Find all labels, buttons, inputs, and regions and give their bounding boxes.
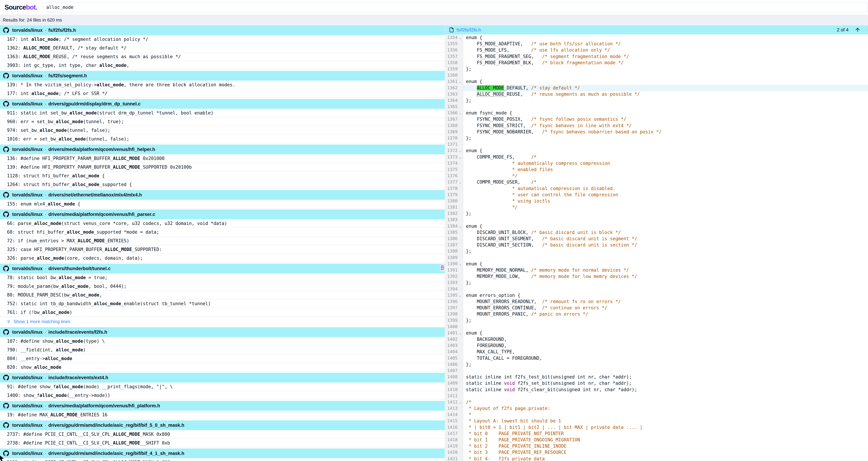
result-file-header[interactable]: torvalds/linux·drivers/gpu/drm/amd/inclu… <box>0 420 445 430</box>
fold-chevron-icon[interactable]: ⌄ <box>458 110 463 116</box>
line-gutter: 1405 <box>445 355 463 361</box>
code-text: }; <box>463 135 868 141</box>
fold-spacer <box>458 456 463 461</box>
code-text: * | bit0 = 1 | bit1 | bit2 | ... | bit M… <box>463 424 868 430</box>
match-line[interactable]: 155: enum mlx4_alloc_mode { <box>0 200 445 208</box>
match-line[interactable]: 91: #define show_falloc_mode(mode) __pri… <box>0 382 445 391</box>
line-gutter: 1375 <box>445 166 463 173</box>
fold-spacer <box>458 324 463 330</box>
result-file-header[interactable]: torvalds/linux·drivers/gpu/drm/amd/inclu… <box>0 449 445 458</box>
result-file-header[interactable]: torvalds/linux·drivers/gpu/drm/display/d… <box>0 99 445 109</box>
match-line[interactable]: 136: #define HFI_PROPERTY_PARAM_BUFFER_A… <box>0 154 445 163</box>
file-path: drivers/thunderbolt/tunnel.c <box>49 266 111 271</box>
match-line[interactable]: 1264: struct hfi_buffer_alloc_mode_suppo… <box>0 180 445 189</box>
match-line[interactable]: 80: MODULE_PARM_DESC(bw_alloc_mode, <box>0 291 445 299</box>
code-text: * <box>463 411 868 418</box>
show-more-link[interactable]: Show 1 more matching lines <box>0 317 445 326</box>
sourcebot-logo[interactable]: Sourcebot. <box>4 3 37 11</box>
match-line[interactable]: 1363: ALLOC_MODE_REUSE, /* reuse segment… <box>0 53 445 61</box>
match-line[interactable]: 2738: #define PCIE_CI_CNTL__CI_SLV_CPL_A… <box>0 439 445 448</box>
result-file-header[interactable]: torvalds/linux·drivers/media/platform/qc… <box>0 401 445 411</box>
result-file-header[interactable]: torvalds/linux·drivers/media/platform/qc… <box>0 145 445 154</box>
result-file-header[interactable]: torvalds/linux·drivers/net/ethernet/mell… <box>0 190 445 200</box>
match-line[interactable]: 78: static bool bw_alloc_mode = true; <box>0 273 445 282</box>
match-line[interactable]: 68: struct hfi_buffer_alloc_mode_support… <box>0 228 445 237</box>
code-text: FOREGROUND, <box>463 342 868 349</box>
code-line: 1403 FOREGROUND, <box>445 342 868 349</box>
next-match-button[interactable] <box>867 27 868 33</box>
repo-name: torvalds/linux <box>12 147 43 152</box>
repo-name: torvalds/linux <box>12 212 43 217</box>
match-line[interactable]: 19: #define MAX_ALLOC_MODE_ENTRIES 16 <box>0 411 445 419</box>
match-line[interactable]: 2737: #define PCIE_CI_CNTL__CI_SLV_CPL_A… <box>0 430 445 439</box>
fold-chevron-icon[interactable]: ⌄ <box>458 261 463 267</box>
fold-spacer <box>458 66 463 72</box>
code-line: 1393}; <box>445 280 868 286</box>
match-line[interactable]: 139: #define HFI_PROPERTY_PARAM_BUFFER_A… <box>0 163 445 172</box>
match-line[interactable]: 790: __field(int, alloc_mode) <box>0 346 445 354</box>
result-file-header[interactable]: torvalds/linux·include/trace/events/f2fs… <box>0 327 445 337</box>
line-number: 1401 <box>445 330 458 336</box>
result-group: torvalds/linux·drivers/gpu/drm/amd/inclu… <box>0 420 445 448</box>
repo-name: torvalds/linux <box>12 403 43 408</box>
match-line[interactable]: 2151: #define PCIE_CI_CNTL__CI_SLV_CPL_A… <box>0 458 445 461</box>
result-file-header[interactable]: torvalds/linux·include/trace/events/ext4… <box>0 373 445 382</box>
file-path: include/trace/events/f2fs.h <box>49 329 107 335</box>
match-line[interactable]: 761: if (!bw_alloc_mode) <box>0 308 445 317</box>
match-line[interactable]: 804: __entry->alloc_mode <box>0 354 445 363</box>
fold-chevron-icon[interactable]: ⌄ <box>458 78 463 85</box>
fold-chevron-icon[interactable]: ⌄ <box>458 147 463 154</box>
logo-text-source: Source <box>4 3 26 11</box>
previous-match-button[interactable] <box>855 27 861 33</box>
match-line[interactable]: 752: static int tb_dp_bandwidth_alloc_mo… <box>0 299 445 308</box>
code-text: }; <box>463 66 868 72</box>
fold-chevron-icon[interactable]: ⌄ <box>458 34 463 41</box>
match-line[interactable]: 177: int alloc_mode; /* LFS or SSR */ <box>0 89 445 98</box>
repo-name: torvalds/linux <box>12 28 43 33</box>
pane-resize-handle[interactable] <box>440 264 445 272</box>
line-gutter: 1399 <box>445 317 463 323</box>
line-number: 1411 <box>445 393 458 399</box>
preview-file-name[interactable]: fs/f2fs/f2fs.h <box>457 27 481 33</box>
match-line[interactable]: 72: if (num_entries > MAX_ALLOC_MODE_ENT… <box>0 237 445 245</box>
match-line[interactable]: 1362: ALLOC_MODE_DEFAULT, /* stay defaul… <box>0 44 445 53</box>
match-line[interactable]: 79: module_param(bw_alloc_mode, bool, 04… <box>0 282 445 291</box>
top-bar: Sourcebot. <box>0 0 868 15</box>
match-line[interactable]: 1128: struct hfi_buffer_alloc_mode { <box>0 172 445 180</box>
match-line[interactable]: 66: parse_alloc_mode(struct venus_core *… <box>0 219 445 228</box>
result-file-header[interactable]: torvalds/linux·fs/f2fs/f2fs.h <box>0 25 445 35</box>
line-number: 1385 <box>445 229 458 235</box>
line-number: 1389 <box>445 255 458 261</box>
code-text: }; <box>463 248 868 254</box>
match-line[interactable]: 960: err = set_bw_alloc_mode(tunnel, tru… <box>0 117 445 126</box>
fold-chevron-icon[interactable]: ⌄ <box>458 154 463 160</box>
match-line[interactable]: 1016: err = set_bw_alloc_mode(tunnel, fa… <box>0 135 445 143</box>
result-file-header[interactable]: torvalds/linux·drivers/media/platform/qc… <box>0 209 445 219</box>
result-file-header[interactable]: torvalds/linux·fs/f2fs/segment.h <box>0 71 445 81</box>
fold-spacer <box>458 217 463 223</box>
match-line[interactable]: 974: set_bw_alloc_mode(tunnel, false); <box>0 126 445 135</box>
line-number: 1354 <box>445 34 458 41</box>
match-line[interactable]: 911: static int set_bw_alloc_mode(struct… <box>0 109 445 117</box>
separator-dot: · <box>45 375 46 380</box>
code-text: ALLOC_MODE_REUSE, /* reuse segments as m… <box>463 91 868 97</box>
fold-chevron-icon[interactable]: ⌄ <box>458 330 463 336</box>
code-text: }; <box>463 317 868 323</box>
fold-chevron-icon[interactable]: ⌄ <box>458 399 463 405</box>
match-line[interactable]: 139: * In the victim_sel_policy->alloc_m… <box>0 81 445 89</box>
match-line[interactable]: 1400: show_falloc_mode(__entry->mode)) <box>0 391 445 400</box>
code-line: 1390⌄enum { <box>445 261 868 267</box>
match-line[interactable]: 167: int alloc_mode; /* segment allocati… <box>0 35 445 44</box>
line-number: 1374 <box>445 160 458 166</box>
match-line[interactable]: 326: parse_alloc_mode(core, codecs, doma… <box>0 254 445 263</box>
fold-chevron-icon[interactable]: ⌄ <box>458 292 463 298</box>
match-line[interactable]: 107: #define show_alloc_mode(type) \ <box>0 337 445 346</box>
search-input[interactable] <box>42 2 868 12</box>
fold-spacer <box>458 368 463 374</box>
result-file-header[interactable]: torvalds/linux·drivers/thunderbolt/tunne… <box>0 264 445 273</box>
match-line[interactable]: 325: case HFI_PROPERTY_PARAM_BUFFER_ALLO… <box>0 245 445 254</box>
match-line[interactable]: 820: show_alloc_mode <box>0 363 445 372</box>
fold-chevron-icon[interactable]: ⌄ <box>458 223 463 229</box>
fold-chevron-icon[interactable]: ⌄ <box>458 179 463 185</box>
match-line[interactable]: 3903: int gc_type, int type, char alloc_… <box>0 61 445 70</box>
